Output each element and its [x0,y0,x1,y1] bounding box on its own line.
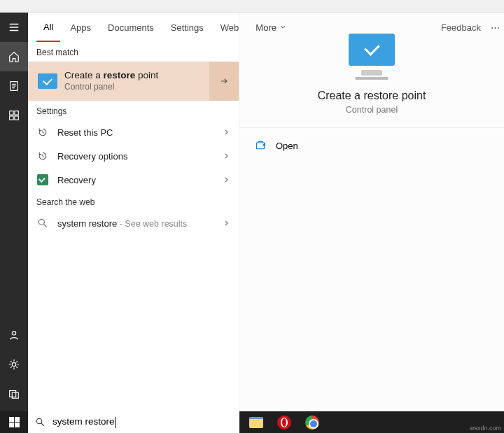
taskbar-search[interactable]: system restore [28,411,239,433]
svg-rect-1 [10,111,13,115]
restore-point-icon [38,73,57,89]
windows-logo-icon [9,417,20,427]
svg-point-11 [36,418,42,424]
text-cursor [115,417,116,428]
chevron-right-icon [223,175,230,185]
history-icon [36,150,49,162]
web-result-label: system restore - See web results [57,218,215,229]
search-input-text: system restore [52,416,232,427]
preview-title: Create a restore point [253,90,490,102]
tab-settings[interactable]: Settings [164,13,211,42]
tab-more-label: More [255,22,276,33]
opera-icon[interactable] [270,411,298,433]
monitor-stand [361,70,382,76]
preview-actions: Open [239,128,504,163]
tab-more[interactable]: More [248,13,293,42]
tab-web[interactable]: Web [214,13,246,42]
chrome-icon[interactable] [298,411,326,433]
watermark: wsxdn.com [470,425,501,432]
tab-all[interactable]: All [36,13,60,42]
list-item-label: Recovery options [57,151,215,162]
settings-recovery[interactable]: Recovery [28,168,239,192]
chevron-right-icon [223,218,230,229]
rail-apps[interactable] [0,101,28,130]
settings-reset-pc[interactable]: Reset this PC [28,120,239,144]
arrow-right-icon [218,76,230,87]
svg-point-9 [38,219,44,225]
hamburger-menu[interactable] [0,13,28,42]
taskbar-pinned [242,411,326,433]
recovery-icon [36,173,49,186]
svg-rect-3 [10,116,13,120]
rail-power[interactable] [0,379,28,409]
taskbar: system restore [0,411,504,433]
file-explorer-icon[interactable] [242,411,270,433]
section-best-match: Best match [28,42,239,62]
best-match-result[interactable]: Create a restore point Control panel [28,62,239,101]
action-open[interactable]: Open [239,132,504,159]
rail-settings[interactable] [0,350,28,379]
section-settings: Settings [28,101,239,120]
chevron-right-icon [223,127,230,138]
open-icon [255,140,266,151]
start-rail [0,13,28,411]
settings-recovery-options[interactable]: Recovery options [28,144,239,168]
history-icon [36,126,49,139]
search-icon [35,417,46,427]
search-icon [36,217,49,229]
preview-column: Create a restore point Control panel Ope… [239,13,504,411]
web-search-result[interactable]: system restore - See web results [28,211,239,235]
svg-point-5 [12,332,15,335]
svg-point-6 [12,362,15,366]
filter-tabs: All Apps Documents Settings Web More Fee… [28,13,504,42]
start-button[interactable] [0,411,28,433]
feedback-link[interactable]: Feedback [435,22,486,33]
rail-account[interactable] [0,320,28,350]
section-search-web: Search the web [28,192,239,211]
monitor-icon [349,34,395,66]
action-label: Open [276,141,298,151]
chevron-right-icon [223,151,230,162]
svg-rect-4 [15,116,18,120]
best-match-subtitle: Control panel [64,82,209,93]
tab-documents[interactable]: Documents [101,13,161,42]
expand-arrow[interactable] [209,62,239,101]
rail-home[interactable] [0,42,28,71]
best-match-text: Create a restore point Control panel [64,69,209,92]
svg-rect-7 [10,391,16,397]
more-options[interactable]: ⋯ [486,22,504,33]
list-item-label: Recovery [57,175,215,185]
search-panel: All Apps Documents Settings Web More Fee… [28,13,504,411]
results-column: All Apps Documents Settings Web More Fee… [28,13,239,411]
rail-recent[interactable] [0,71,28,101]
chevron-down-icon [279,24,286,31]
svg-rect-2 [15,111,18,115]
list-item-label: Reset this PC [57,127,215,138]
tab-apps[interactable]: Apps [63,13,98,42]
preview-subtitle: Control panel [253,105,490,115]
browser-fragment [0,0,504,13]
monitor-base [355,77,388,80]
best-match-title: Create a restore point [64,69,209,82]
